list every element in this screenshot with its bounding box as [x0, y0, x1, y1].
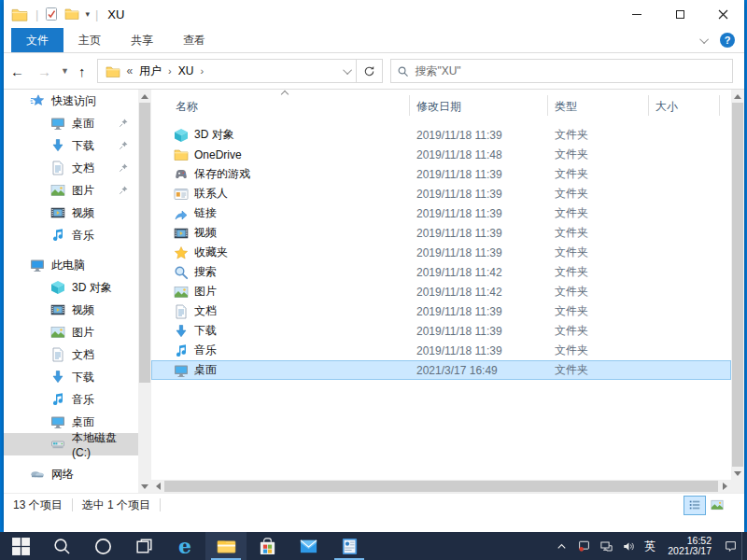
- clock-date: 2021/3/17: [668, 546, 712, 556]
- properties-icon[interactable]: [44, 7, 59, 21]
- breadcrumb-overflow[interactable]: «: [124, 64, 134, 77]
- column-header-date[interactable]: 修改日期: [416, 99, 461, 115]
- file-name: 音乐: [194, 343, 217, 358]
- file-type: 文件夹: [555, 245, 588, 260]
- download-icon: [50, 138, 65, 153]
- file-row[interactable]: 桌面2021/3/17 16:49文件夹: [151, 360, 731, 380]
- tab-home[interactable]: 主页: [63, 28, 116, 52]
- sidebar-item-music[interactable]: 音乐: [4, 388, 138, 411]
- column-header-name[interactable]: 名称: [176, 99, 198, 115]
- file-row[interactable]: 图片2019/11/18 11:42文件夹: [151, 282, 731, 301]
- taskbar-app-window-icon[interactable]: [329, 532, 370, 560]
- list-scrollbar[interactable]: [731, 90, 744, 480]
- sidebar-group-quick-access[interactable]: 快速访问: [4, 90, 138, 112]
- tab-view[interactable]: 查看: [168, 28, 220, 52]
- sidebar-scrollbar[interactable]: [138, 90, 151, 493]
- taskbar-start-icon[interactable]: [0, 532, 41, 560]
- notification-alert-icon[interactable]: [572, 532, 595, 560]
- file-row[interactable]: 链接2019/11/18 11:39文件夹: [151, 203, 731, 223]
- file-row[interactable]: 音乐2019/11/18 11:39文件夹: [151, 341, 731, 360]
- qat-separator: |: [95, 7, 98, 21]
- sidebar-item-drive[interactable]: 本地磁盘 (C:): [4, 433, 138, 455]
- horizontal-scrollbar[interactable]: [151, 480, 731, 493]
- qat-customize-dropdown-icon[interactable]: ▾: [85, 11, 90, 17]
- scroll-right-icon[interactable]: [718, 480, 731, 493]
- address-dropdown-icon[interactable]: [344, 65, 353, 75]
- refresh-button[interactable]: [357, 59, 383, 83]
- tab-share[interactable]: 共享: [116, 28, 168, 52]
- scroll-left-icon[interactable]: [151, 480, 164, 493]
- scroll-up-icon[interactable]: [138, 90, 151, 103]
- scroll-down-icon[interactable]: [731, 467, 744, 480]
- sidebar-scrollbar-thumb[interactable]: [139, 103, 150, 383]
- breadcrumb-item-users[interactable]: 用户: [134, 63, 166, 79]
- new-folder-icon[interactable]: [64, 7, 79, 21]
- sidebar-item-document[interactable]: 文档: [4, 157, 138, 179]
- taskbar-clock[interactable]: 16:52 2021/3/17: [660, 536, 719, 556]
- file-date: 2019/11/18 11:48: [416, 148, 502, 161]
- column-header-size[interactable]: 大小: [655, 99, 678, 115]
- close-button[interactable]: [701, 0, 744, 28]
- sidebar-group-this-pc[interactable]: 此电脑: [4, 254, 138, 276]
- search-input[interactable]: [415, 64, 726, 77]
- forward-button[interactable]: →: [31, 63, 58, 79]
- file-row[interactable]: 联系人2019/11/18 11:39文件夹: [151, 184, 731, 203]
- breadcrumb-separator[interactable]: ›: [166, 65, 174, 77]
- column-header-type[interactable]: 类型: [555, 99, 577, 115]
- sidebar-item-music[interactable]: 音乐: [4, 224, 138, 246]
- taskbar-file-explorer-icon[interactable]: [205, 532, 247, 560]
- sidebar-group-network[interactable]: 网络: [4, 463, 138, 485]
- file-row[interactable]: 保存的游戏2019/11/18 11:39文件夹: [151, 164, 731, 184]
- sidebar-item-picture[interactable]: 图片: [4, 179, 138, 202]
- sidebar-item-download[interactable]: 下载: [4, 366, 138, 388]
- recent-locations-icon[interactable]: ▼: [58, 66, 72, 76]
- file-date: 2019/11/18 11:39: [416, 227, 502, 240]
- file-row[interactable]: 下载2019/11/18 11:39文件夹: [151, 321, 731, 341]
- sidebar-item-cube[interactable]: 3D 对象: [4, 276, 138, 299]
- taskbar-task-search-icon[interactable]: [41, 532, 82, 560]
- details-view-button[interactable]: [684, 497, 705, 514]
- search-box[interactable]: [390, 59, 733, 83]
- scroll-up-icon[interactable]: [731, 90, 744, 103]
- list-scrollbar-thumb[interactable]: [732, 103, 743, 467]
- breadcrumb-item-xu[interactable]: XU: [174, 64, 199, 77]
- sidebar-item-document[interactable]: 文档: [4, 343, 138, 366]
- volume-icon[interactable]: [617, 532, 640, 560]
- help-icon[interactable]: ?: [720, 33, 735, 48]
- file-row[interactable]: 收藏夹2019/11/18 11:39文件夹: [151, 243, 731, 262]
- maximize-button[interactable]: [658, 0, 701, 28]
- thumbnail-view-button[interactable]: [707, 497, 727, 514]
- horizontal-scrollbar-thumb[interactable]: [164, 481, 718, 492]
- sidebar-item-desktop[interactable]: 桌面: [4, 112, 138, 134]
- file-row[interactable]: OneDrive2019/11/18 11:48文件夹: [151, 145, 731, 164]
- taskbar-store-icon[interactable]: [247, 532, 288, 560]
- sidebar-item-picture[interactable]: 图片: [4, 321, 138, 343]
- tab-file[interactable]: 文件: [11, 28, 63, 52]
- file-row[interactable]: 3D 对象2019/11/18 11:39文件夹: [151, 125, 731, 145]
- contacts-icon: [174, 187, 189, 202]
- file-row[interactable]: 文档2019/11/18 11:39文件夹: [151, 301, 731, 321]
- taskbar-cortana-icon[interactable]: [82, 532, 123, 560]
- show-desktop-button[interactable]: [741, 532, 747, 560]
- taskbar-mail-icon[interactable]: [288, 532, 329, 560]
- expand-ribbon-icon[interactable]: [699, 35, 709, 44]
- file-date: 2019/11/18 11:39: [416, 129, 502, 142]
- sidebar-item-video[interactable]: 视频: [4, 299, 138, 321]
- file-row[interactable]: 视频2019/11/18 11:39文件夹: [151, 223, 731, 243]
- file-row[interactable]: 搜索2019/11/18 11:42文件夹: [151, 262, 731, 282]
- breadcrumb-separator[interactable]: ›: [198, 65, 205, 77]
- hidden-icons-chevron-icon[interactable]: [550, 532, 572, 560]
- input-method-indicator[interactable]: 英: [640, 539, 660, 554]
- taskbar-task-view-icon[interactable]: [123, 532, 164, 560]
- up-button[interactable]: ↑: [72, 63, 92, 79]
- breadcrumb[interactable]: « 用户 › XU ›: [97, 59, 357, 83]
- minimize-button[interactable]: [615, 0, 658, 28]
- sidebar-item-download[interactable]: 下载: [4, 134, 138, 157]
- back-button[interactable]: ←: [4, 63, 31, 79]
- scroll-down-icon[interactable]: [138, 480, 151, 493]
- action-center-icon[interactable]: [719, 532, 741, 560]
- taskbar-edge-icon[interactable]: e: [164, 532, 205, 560]
- network-icon[interactable]: [595, 532, 617, 560]
- sidebar-item-video[interactable]: 视频: [4, 202, 138, 224]
- ribbon-tab-bar: 文件 主页 共享 查看 ?: [4, 28, 744, 53]
